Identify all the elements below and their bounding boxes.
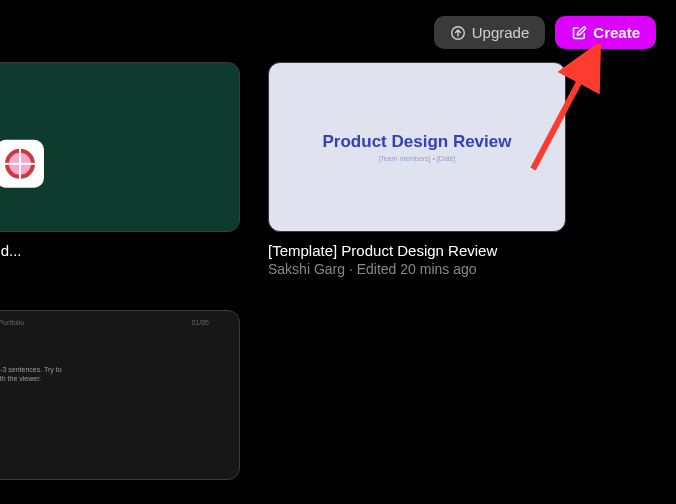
card-title: [Template] Product Design Review [268, 242, 566, 259]
card-subtitle: arg · Edited 20 mins ago [0, 261, 240, 277]
upgrade-button[interactable]: Upgrade [434, 16, 546, 49]
thumb-sub: [Team members] • [Date] [378, 155, 455, 162]
cards-row-2: Portfolio 01/05 Hi, I'm [Name] Introduce… [0, 310, 240, 504]
card-title: e] Design Portfolio [0, 490, 240, 504]
card-thumb-review: Product Design Review [Team members] • [… [268, 62, 566, 232]
portfolio-contact-hdr: Contact [0, 393, 70, 400]
card-portfolio[interactable]: Portfolio 01/05 Hi, I'm [Name] Introduce… [0, 310, 240, 504]
portfolio-blog: Blog [0, 443, 70, 450]
thumb-title: ame Standup [0, 79, 223, 99]
card-thumb-standup: ame Standup [0, 62, 240, 232]
portfolio-phone: (123) 456-7890 [0, 403, 70, 410]
portfolio-slide-header: Portfolio 01/05 [0, 319, 209, 326]
create-label: Create [593, 24, 640, 41]
card-standup[interactable]: ame Standup e] Cross-functional Team Sta… [0, 62, 240, 277]
cards-row-1: ame Standup e] Cross-functional Team Sta… [0, 62, 566, 277]
circle-cross-icon [5, 149, 35, 179]
portfolio-intro: Introduce yourself and your skills in 2-… [0, 365, 70, 383]
upgrade-label: Upgrade [472, 24, 530, 41]
portfolio-linkedin: LinkedIn [0, 433, 70, 440]
create-edit-icon [571, 25, 587, 41]
portfolio-name: Hi, I'm [Name] [0, 345, 70, 362]
portfolio-twitter: Twitter [0, 423, 70, 430]
card-thumb-portfolio: Portfolio 01/05 Hi, I'm [Name] Introduce… [0, 310, 240, 480]
portfolio-email: hello@email.com [0, 413, 70, 420]
top-bar: Upgrade Create [434, 16, 656, 49]
upgrade-arrow-icon [450, 25, 466, 41]
thumb-title: Product Design Review [323, 132, 512, 152]
create-button[interactable]: Create [555, 16, 656, 49]
app-tile-icon [0, 140, 44, 188]
card-subtitle: Sakshi Garg · Edited 20 mins ago [268, 261, 566, 277]
card-title: e] Cross-functional Team Stand... [0, 242, 240, 259]
portfolio-top-right: 01/05 [191, 319, 209, 326]
portfolio-top-center: Portfolio [0, 319, 24, 326]
portfolio-text-block: Hi, I'm [Name] Introduce yourself and yo… [0, 345, 70, 471]
card-product-review[interactable]: Product Design Review [Team members] • [… [268, 62, 566, 277]
